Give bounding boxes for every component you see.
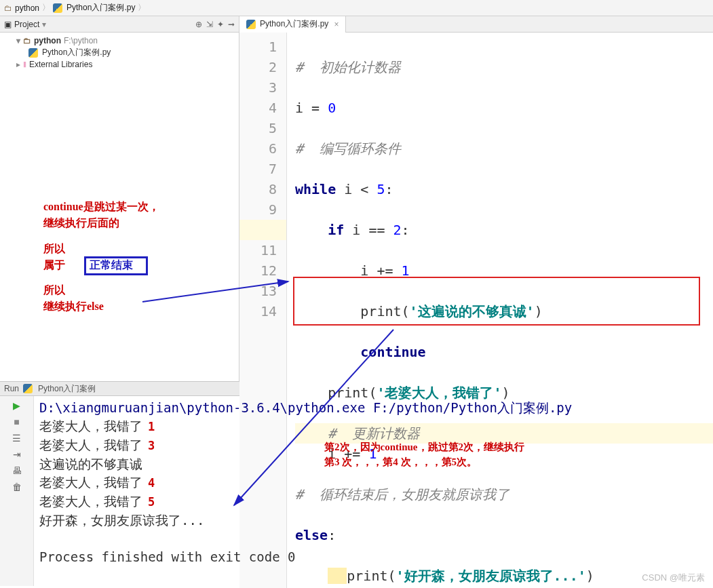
folder-icon: 🗀 <box>23 36 31 45</box>
run-config-name: Python入门案例 <box>38 383 96 395</box>
run-gutter: ▶ ■ ☰ ⇥ 🖶 🗑 <box>0 396 34 586</box>
console-line: 老婆大人，我错了 <box>39 475 142 490</box>
annotation-text: 正常结束 <box>90 258 133 273</box>
line-number: 3 <box>239 77 277 98</box>
layout-icon[interactable]: ☰ <box>10 431 24 445</box>
tree-file[interactable]: Python入门案例.py <box>5 46 233 59</box>
line-number: 5 <box>239 118 277 138</box>
breadcrumb-file[interactable]: Python入门案例.py <box>66 2 135 14</box>
code-text: i = <box>295 100 328 116</box>
console-line: 老婆大人，我错了 <box>39 494 142 509</box>
code-comment: # 初始化计数器 <box>295 59 401 75</box>
console-exit: Process finished with exit code 0 <box>39 549 296 564</box>
code-keyword: if <box>328 222 344 238</box>
annotation-text: 继续执行else <box>43 300 104 314</box>
annotation-text: continue是跳过某一次， <box>43 200 159 214</box>
line-number: 1 <box>239 37 277 57</box>
python-file-icon <box>246 20 256 29</box>
project-title: Project <box>14 20 39 29</box>
code-text: ) <box>535 303 543 319</box>
console-line: 好开森，女朋友原谅我了... <box>39 513 204 528</box>
stop-icon[interactable]: ■ <box>10 415 24 429</box>
line-number: 13 <box>239 281 277 301</box>
rerun-icon[interactable]: ▶ <box>10 399 24 412</box>
tree-file-label: Python入门案例.py <box>42 47 111 58</box>
breadcrumb: 🗀 python 〉 Python入门案例.py 〉 <box>0 0 713 16</box>
chevron-down-icon[interactable]: ▾ <box>16 36 20 45</box>
chevron-right-icon[interactable]: ▸ <box>16 60 20 69</box>
annotation-mark: 1 <box>148 420 155 433</box>
close-icon[interactable]: × <box>334 20 339 29</box>
chevron-right-icon: 〉 <box>138 2 146 14</box>
code-keyword: continue <box>360 344 425 360</box>
code-number: 1 <box>402 262 410 279</box>
line-number: 11 <box>239 240 277 260</box>
code-keyword: while <box>295 181 336 197</box>
code-number: 0 <box>328 100 336 116</box>
code-number: 5 <box>377 181 385 197</box>
tab-label: Python入门案例.py <box>260 18 328 30</box>
print-icon[interactable]: 🖶 <box>10 464 24 477</box>
annotation-mark: 3 <box>148 439 155 452</box>
console-exe-line: D:\xiangmuruanjian\python-3.6.4\python.e… <box>39 399 708 417</box>
chevron-down-icon[interactable]: ▾ <box>42 20 46 29</box>
trash-icon[interactable]: 🗑 <box>10 480 24 494</box>
tab-file[interactable]: Python入门案例.py × <box>239 16 346 33</box>
python-file-icon <box>23 384 33 393</box>
console-line: 这遍说的不够真诚 <box>39 456 142 471</box>
code-comment: # 编写循环条件 <box>295 140 401 157</box>
hide-icon[interactable]: ➞ <box>228 20 235 29</box>
line-number: 2 <box>239 57 277 77</box>
annotation-text: 第2次，因为continue，跳过第2次，继续执行 <box>324 441 524 454</box>
run-area: ▶ ■ ☰ ⇥ 🖶 🗑 D:\xiangmuruanjian\python-3.… <box>0 396 713 586</box>
project-toggle-icon[interactable]: ▣ <box>4 20 12 29</box>
external-libraries[interactable]: ▸ ⦀ External Libraries <box>5 59 233 70</box>
line-number: 8 <box>239 179 277 199</box>
line-number: 9 <box>239 199 277 220</box>
annotation-mark: 5 <box>148 495 155 509</box>
root-path: F:\python <box>64 36 98 45</box>
tree-root[interactable]: ▾ 🗀 python F:\python <box>5 35 233 46</box>
line-number: 6 <box>239 138 277 159</box>
line-number: 4 <box>239 98 277 118</box>
project-tree: ▾ 🗀 python F:\python Python入门案例.py ▸ ⦀ E… <box>0 33 239 73</box>
project-pane: ▣ Project ▾ ⊕ ⇲ ✦ ➞ ▾ 🗀 python F:\python… <box>0 16 239 381</box>
annotation-mark: 4 <box>148 476 155 490</box>
annotation-text: 属于 <box>43 258 65 273</box>
annotation-text: 第3 次，，，第4 次，，，第5次。 <box>324 456 477 469</box>
breadcrumb-root[interactable]: python <box>15 3 39 13</box>
code-text: : <box>385 181 393 197</box>
code-text: : <box>402 222 410 238</box>
line-number: 7 <box>239 159 277 179</box>
library-icon: ⦀ <box>23 60 26 69</box>
watermark: CSDN @唯元素 <box>642 572 705 584</box>
tab-bar: Python入门案例.py × <box>239 16 713 33</box>
project-header: ▣ Project ▾ ⊕ ⇲ ✦ ➞ <box>0 16 239 33</box>
gear-icon[interactable]: ✦ <box>217 20 224 29</box>
code-text: i += <box>360 262 401 279</box>
line-number: 12 <box>239 260 277 281</box>
wrap-icon[interactable]: ⇥ <box>10 448 24 461</box>
run-label: Run <box>4 384 19 393</box>
code-text: print( <box>360 303 409 319</box>
python-file-icon <box>28 48 38 58</box>
console-line: 老婆大人，我错了 <box>39 418 142 433</box>
console[interactable]: D:\xiangmuruanjian\python-3.6.4\python.e… <box>34 396 713 586</box>
python-file-icon <box>53 3 62 13</box>
console-line: 老婆大人，我错了 <box>39 437 142 452</box>
chevron-right-icon: 〉 <box>42 2 50 14</box>
code-text: i == <box>344 222 393 238</box>
root-name: python <box>34 36 61 45</box>
line-number: 14 <box>239 301 277 321</box>
annotation-text: 所以 <box>43 283 65 298</box>
editor-pane: Python入门案例.py × 1 2 3 4 5 6 7 8 9 10 11 … <box>239 16 713 381</box>
code-number: 2 <box>393 222 402 238</box>
folder-icon: 🗀 <box>4 3 12 13</box>
annotation-text: 所以 <box>43 242 65 256</box>
annotation-text: 继续执行后面的 <box>43 216 119 231</box>
collapse-icon[interactable]: ⊕ <box>195 20 202 29</box>
code-text: i < <box>336 181 377 197</box>
external-label: External Libraries <box>29 60 92 69</box>
code-string: '这遍说的不够真诚' <box>410 303 535 319</box>
expand-icon[interactable]: ⇲ <box>206 20 213 29</box>
